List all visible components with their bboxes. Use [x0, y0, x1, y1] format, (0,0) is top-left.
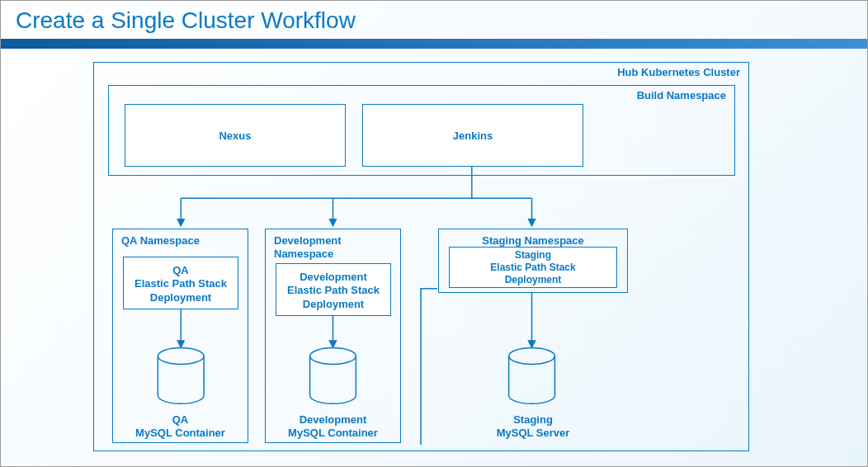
staging-db-label: Staging MySQL Server: [471, 413, 595, 441]
staging-deploy-box: Staging Elastic Path Stack Deployment: [449, 247, 617, 288]
accent-bar: [1, 39, 867, 49]
staging-deploy-label: Staging Elastic Path Stack Deployment: [450, 249, 616, 286]
nexus-box: Nexus: [125, 104, 346, 167]
qa-deploy-label: QA Elastic Path Stack Deployment: [124, 264, 238, 304]
dev-deploy-box: Development Elastic Path Stack Deploymen…: [276, 263, 391, 316]
jenkins-box: Jenkins: [362, 104, 583, 167]
dev-namespace-box: Development Namespace: [265, 229, 401, 443]
qa-deploy-box: QA Elastic Path Stack Deployment: [123, 257, 238, 309]
qa-namespace-label: QA Namespace: [121, 234, 200, 247]
nexus-label: Nexus: [125, 130, 345, 143]
diagram-page: Create a Single Cluster Workflow Hub Kub…: [0, 0, 868, 467]
build-namespace-label: Build Namespace: [637, 89, 726, 101]
qa-db-label: QA MySQL Container: [112, 413, 248, 441]
staging-namespace-label: Staging Namespace: [439, 234, 627, 247]
dev-deploy-label: Development Elastic Path Stack Deploymen…: [276, 271, 390, 311]
hub-cluster-label: Hub Kubernetes Cluster: [617, 66, 740, 78]
page-title: Create a Single Cluster Workflow: [1, 1, 867, 39]
diagram-area: Hub Kubernetes Cluster Build Namespace N…: [1, 50, 867, 466]
jenkins-label: Jenkins: [363, 130, 583, 143]
dev-namespace-label: Development Namespace: [274, 234, 342, 260]
dev-db-label: Development MySQL Container: [265, 413, 401, 441]
